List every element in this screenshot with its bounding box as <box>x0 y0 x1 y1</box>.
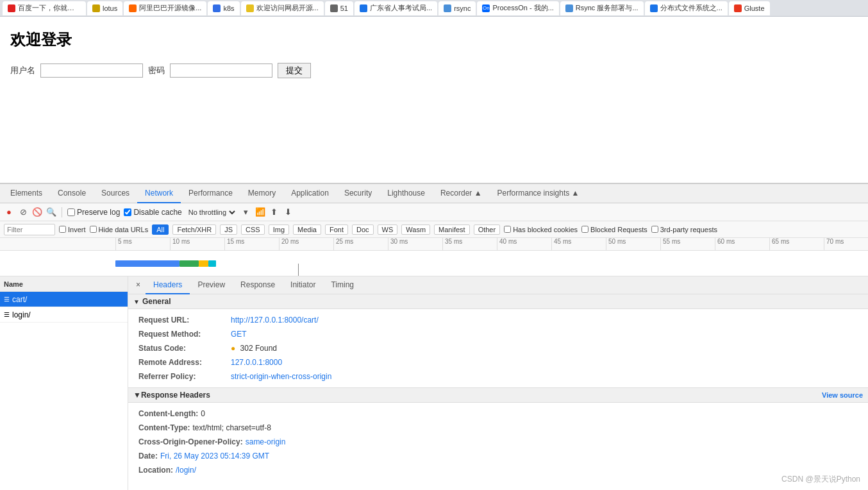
details-tabs-row: × Headers Preview Response Initiator Tim… <box>128 276 868 294</box>
hide-data-checkbox[interactable]: Hide data URLs <box>90 226 149 233</box>
tab-elements[interactable]: Elements <box>3 184 50 203</box>
ruler-60ms: 60 ms <box>715 238 769 250</box>
filter-manifest[interactable]: Manifest <box>434 224 470 235</box>
ruler-5ms: 5 ms <box>115 238 170 250</box>
details-close-tab[interactable]: × <box>131 276 146 294</box>
filter-font[interactable]: Font <box>325 224 348 235</box>
login-form: 用户名 密码 提交 <box>10 63 858 78</box>
tab-favicon <box>246 4 254 12</box>
browser-tab[interactable]: k8s <box>208 1 239 15</box>
browser-tab[interactable]: 阿里巴巴开源镜像... <box>124 1 206 15</box>
tab-recorder[interactable]: Recorder ▲ <box>433 184 490 203</box>
tab-memory[interactable]: Memory <box>240 184 283 203</box>
tab-lighthouse[interactable]: Lighthouse <box>380 184 433 203</box>
third-party-checkbox[interactable]: 3rd-party requests <box>651 226 717 233</box>
general-section-header[interactable]: ▼ General <box>128 294 868 309</box>
details-tab-response[interactable]: Response <box>233 276 283 294</box>
wifi-icon[interactable]: 📶 <box>255 207 265 217</box>
tab-label: 欢迎访问网易开源... <box>256 3 319 13</box>
ruler-25ms: 25 ms <box>333 238 388 250</box>
tab-favicon: On <box>482 4 490 12</box>
stop-icon[interactable]: ⊘ <box>18 207 28 217</box>
clear-icon[interactable]: 🚫 <box>32 207 42 217</box>
blocked-req-checkbox[interactable]: Blocked Requests <box>581 226 647 233</box>
filter-input[interactable] <box>4 224 55 235</box>
tab-label: Gluste <box>744 4 765 12</box>
browser-tab[interactable]: OnProcessOn - 我的... <box>477 1 558 15</box>
content-type-row: Content-Type: text/html; charset=utf-8 <box>138 421 858 435</box>
tab-favicon <box>444 4 451 12</box>
browser-tab[interactable]: 欢迎访问网易开源... <box>241 1 324 15</box>
tab-sources[interactable]: Sources <box>94 184 137 203</box>
view-source-link[interactable]: View source <box>822 391 863 399</box>
tab-label: k8s <box>223 4 234 12</box>
ruler-20ms: 20 ms <box>279 238 333 250</box>
request-item-login[interactable]: ☰ login/ <box>0 307 128 323</box>
password-label: 密码 <box>148 65 165 76</box>
details-tab-headers[interactable]: Headers <box>146 276 190 294</box>
tab-label: 分布式文件系统之... <box>660 3 722 13</box>
ruler-30ms: 30 ms <box>388 238 442 250</box>
details-wrapper: × Headers Preview Response Initiator Tim… <box>128 276 868 490</box>
username-input[interactable] <box>40 63 143 78</box>
browser-tab[interactable]: 分布式文件系统之... <box>645 1 728 15</box>
devtools-panel: Elements Console Sources Network Perform… <box>0 183 868 490</box>
throttle-dropdown-icon[interactable]: ▾ <box>241 207 251 217</box>
browser-tab[interactable]: 广东省人事考试局... <box>355 1 437 15</box>
filter-other[interactable]: Other <box>474 224 501 235</box>
browser-tab[interactable]: 51 <box>325 1 353 15</box>
tab-performance[interactable]: Performance <box>181 184 240 203</box>
export-icon[interactable]: ⬇ <box>283 207 294 217</box>
has-blocked-checkbox[interactable]: Has blocked cookies <box>504 226 578 233</box>
ruler-55ms: 55 ms <box>660 238 715 250</box>
details-tab-timing[interactable]: Timing <box>323 276 362 294</box>
filter-js[interactable]: JS <box>220 224 237 235</box>
details-tab-initiator[interactable]: Initiator <box>283 276 323 294</box>
tab-application[interactable]: Application <box>283 184 337 203</box>
request-item-cart[interactable]: ☰ cart/ <box>0 292 128 307</box>
page-content: 欢迎登录 用户名 密码 提交 <box>0 17 868 183</box>
timeline-area: 5 ms 10 ms 15 ms 20 ms 25 ms 30 ms 35 ms… <box>0 238 868 276</box>
details-tab-preview[interactable]: Preview <box>190 276 233 294</box>
browser-tab[interactable]: lotus <box>87 1 122 15</box>
bar-cart-cyan <box>208 260 216 267</box>
tab-label: ProcessOn - 我的... <box>492 3 553 13</box>
filter-doc[interactable]: Doc <box>352 224 374 235</box>
browser-tab[interactable]: rsync <box>438 1 476 15</box>
filter-fetch-xhr[interactable]: Fetch/XHR <box>172 224 216 235</box>
filter-img[interactable]: Img <box>269 224 289 235</box>
bar-cart-green <box>179 260 199 267</box>
preserve-log-checkbox[interactable]: Preserve log <box>67 208 120 217</box>
tab-favicon <box>650 4 658 12</box>
invert-checkbox[interactable]: Invert <box>59 226 86 233</box>
filter-ws[interactable]: WS <box>378 224 398 235</box>
tab-label: 百度一下，你就知道 <box>18 3 81 13</box>
password-input[interactable] <box>170 63 272 78</box>
browser-tab[interactable]: Gluste <box>729 1 770 15</box>
ruler-15ms: 15 ms <box>224 238 279 250</box>
search-icon[interactable]: 🔍 <box>46 207 56 217</box>
ruler-35ms: 35 ms <box>442 238 497 250</box>
referrer-policy-row: Referrer Policy: strict-origin-when-cros… <box>138 369 858 384</box>
filter-wasm[interactable]: Wasm <box>401 224 430 235</box>
watermark: CSDN @景天说Python <box>781 474 860 485</box>
tab-security[interactable]: Security <box>337 184 380 203</box>
filter-media[interactable]: Media <box>293 224 321 235</box>
tab-network[interactable]: Network <box>137 184 181 203</box>
import-icon[interactable]: ⬆ <box>269 207 280 217</box>
tab-perf-insights[interactable]: Performance insights ▲ <box>490 184 587 203</box>
response-headers-section-header[interactable]: ▼ Response Headers View source <box>128 387 868 403</box>
tab-favicon <box>360 4 367 12</box>
filter-css[interactable]: CSS <box>241 224 265 235</box>
browser-tab[interactable]: Rsync 服务部署与... <box>560 1 644 15</box>
tab-console[interactable]: Console <box>50 184 94 203</box>
browser-tab[interactable]: 百度一下，你就知道 <box>3 1 86 15</box>
tab-favicon <box>565 4 573 12</box>
throttle-select[interactable]: No throttling Fast 3G Slow 3G <box>186 208 237 217</box>
submit-button[interactable]: 提交 <box>278 63 311 78</box>
disable-cache-checkbox[interactable]: Disable cache <box>124 208 181 217</box>
record-icon[interactable]: ● <box>4 207 14 217</box>
filter-all[interactable]: All <box>152 224 169 235</box>
ruler-50ms: 50 ms <box>606 238 660 250</box>
content-length-row: Content-Length: 0 <box>138 407 858 421</box>
